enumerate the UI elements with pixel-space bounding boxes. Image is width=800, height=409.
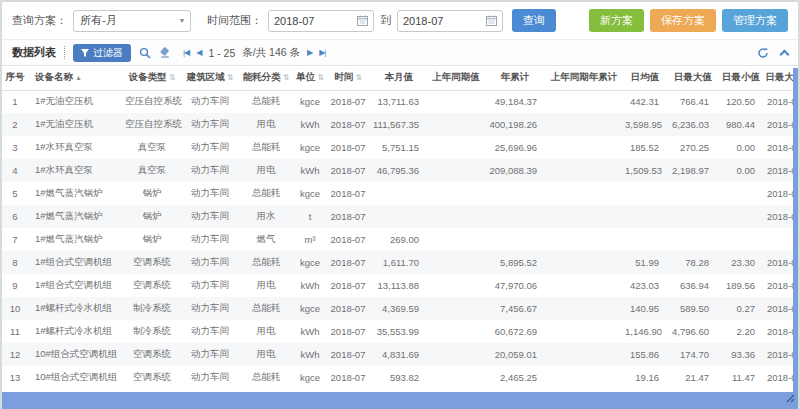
column-header[interactable]: 年累计 — [484, 66, 546, 90]
table-cell: 21.47 — [668, 366, 718, 389]
new-plan-button[interactable]: 新方案 — [589, 9, 644, 32]
last-page-button[interactable]: ▶| — [319, 48, 325, 57]
calendar-icon[interactable] — [486, 15, 497, 26]
table-cell — [546, 182, 622, 205]
refresh-icon[interactable] — [757, 47, 769, 59]
column-label: 设备名称 — [35, 71, 73, 82]
table-row[interactable]: 91#组合式空调机组空调系统动力车间用电kWh2018-0713,113.884… — [2, 274, 800, 297]
table-cell: 总能耗 — [238, 297, 294, 320]
column-header[interactable]: 设备类型⇅ — [122, 66, 182, 90]
table-cell: t — [294, 205, 326, 228]
table-cell — [546, 136, 622, 159]
column-header[interactable]: 设备名称▲ — [28, 66, 122, 90]
table-cell: 空调系统 — [122, 366, 182, 389]
table-cell: 动力车间 — [182, 113, 238, 136]
save-plan-button[interactable]: 保存方案 — [650, 9, 716, 32]
table-cell: 23.30 — [718, 251, 764, 274]
table-cell: 1#燃气蒸汽锅炉 — [28, 182, 122, 205]
table-cell — [484, 228, 546, 251]
table-cell: 4,796.60 — [668, 320, 718, 343]
table-cell — [428, 366, 484, 389]
table-row[interactable]: 111#螺杆式冷水机组制冷系统动力车间用电kWh2018-0735,553.99… — [2, 320, 800, 343]
column-header[interactable]: 日均值 — [622, 66, 668, 90]
table-cell: 20,059.01 — [484, 343, 546, 366]
table-row[interactable]: 21#无油空压机空压自控系统动力车间用电kWh2018-07111,567.35… — [2, 113, 800, 136]
column-header[interactable]: 单位⇅ — [294, 66, 326, 90]
sort-icon: ⇅ — [169, 73, 176, 82]
column-header[interactable]: 建筑区域⇅ — [182, 66, 238, 90]
table-cell: 用水 — [238, 205, 294, 228]
collapse-panel-icon[interactable] — [780, 49, 790, 59]
column-header[interactable]: 上年同期年累计 — [546, 66, 622, 90]
table-cell: 19.16 — [622, 366, 668, 389]
table-cell — [546, 274, 622, 297]
table-cell: 1#燃气蒸汽锅炉 — [28, 205, 122, 228]
page-total: 条/共 146 条 — [242, 46, 300, 60]
clear-filter-icon[interactable] — [159, 47, 171, 59]
date-to-input[interactable]: 2018-07 — [397, 10, 503, 32]
table-cell — [668, 182, 718, 205]
table-cell: kgce — [294, 136, 326, 159]
table-cell: 2018-07 — [326, 297, 370, 320]
table-row[interactable]: 1210#组合式空调机组空调系统动力车间用电kWh2018-074,831.69… — [2, 343, 800, 366]
table-row[interactable]: 1310#组合式空调机组空调系统动力车间总能耗kgce2018-07593.82… — [2, 366, 800, 389]
column-header[interactable]: 能耗分类⇅ — [238, 66, 294, 90]
table-cell: 2018-07 — [326, 205, 370, 228]
table-cell — [546, 113, 622, 136]
table-cell: 动力车间 — [182, 182, 238, 205]
vertical-scrollbar[interactable] — [793, 68, 798, 394]
column-header[interactable]: 时间⇅ — [326, 66, 370, 90]
table-cell — [668, 205, 718, 228]
table-cell — [546, 159, 622, 182]
table-row[interactable]: 61#燃气蒸汽锅炉锅炉动力车间用水t2018-072018-07-312018-… — [2, 205, 800, 228]
table-cell: 174.70 — [668, 343, 718, 366]
calendar-icon[interactable] — [357, 15, 368, 26]
date-from-input[interactable]: 2018-07 — [268, 10, 374, 32]
table-cell: 1,146.90 — [622, 320, 668, 343]
date-to-value: 2018-07 — [403, 15, 443, 27]
query-button[interactable]: 查询 — [512, 9, 556, 32]
table-row[interactable]: 11#无油空压机空压自控系统动力车间总能耗kgce2018-0713,711.6… — [2, 90, 800, 113]
table-cell — [718, 228, 764, 251]
table-cell: kWh — [294, 320, 326, 343]
filter-button[interactable]: 过滤器 — [73, 44, 131, 62]
table-cell: 49,184.37 — [484, 90, 546, 113]
table-cell: 2018-07 — [326, 274, 370, 297]
table-cell: 980.44 — [718, 113, 764, 136]
toolbar-divider — [64, 46, 65, 59]
column-header[interactable]: 日最小值 — [718, 66, 764, 90]
column-header[interactable]: 日最大值 — [668, 66, 718, 90]
prev-page-button[interactable]: ◀ — [196, 48, 201, 57]
table-row[interactable]: 71#燃气蒸汽锅炉锅炉动力车间燃气m³2018-07269.00 — [2, 228, 800, 251]
column-header[interactable]: 上年同期值 — [428, 66, 484, 90]
table-cell: 423.03 — [622, 274, 668, 297]
table-cell: 3,598.95 — [622, 113, 668, 136]
sort-icon: ⇅ — [227, 73, 234, 82]
column-label: 日最大值 — [674, 71, 712, 82]
resize-grip-icon[interactable] — [785, 389, 795, 407]
table-row[interactable]: 41#水环真空泵真空泵动力车间用电kWh2018-0746,795.36209,… — [2, 159, 800, 182]
sort-icon: ▲ — [75, 74, 82, 81]
column-header[interactable]: 本月值 — [370, 66, 428, 90]
query-plan-label: 查询方案： — [12, 13, 67, 28]
query-plan-select[interactable]: 所有-月 ▾ — [73, 10, 191, 32]
horizontal-scrollbar[interactable] — [2, 392, 798, 409]
next-page-button[interactable]: ▶ — [307, 48, 312, 57]
table-row[interactable]: 51#燃气蒸汽锅炉锅炉动力车间总能耗kgce2018-072018-07-312… — [2, 182, 800, 205]
manage-plan-button[interactable]: 管理方案 — [722, 9, 788, 32]
table-cell — [718, 182, 764, 205]
table-cell: 锅炉 — [122, 228, 182, 251]
table-row[interactable]: 31#水环真空泵真空泵动力车间总能耗kgce2018-075,751.1525,… — [2, 136, 800, 159]
table-cell: 189.56 — [718, 274, 764, 297]
table-cell: 用电 — [238, 113, 294, 136]
table-cell — [428, 274, 484, 297]
search-icon[interactable] — [139, 47, 151, 59]
table-cell: 用电 — [238, 320, 294, 343]
first-page-button[interactable]: |◀ — [183, 48, 189, 57]
table-row[interactable]: 81#组合式空调机组空调系统动力车间总能耗kgce2018-071,611.70… — [2, 251, 800, 274]
table-cell — [622, 182, 668, 205]
column-header[interactable]: 序号 — [2, 66, 28, 90]
table-cell: 11.47 — [718, 366, 764, 389]
table-row[interactable]: 101#螺杆式冷水机组制冷系统动力车间总能耗kgce2018-074,369.5… — [2, 297, 800, 320]
table-cell: 11 — [2, 320, 28, 343]
